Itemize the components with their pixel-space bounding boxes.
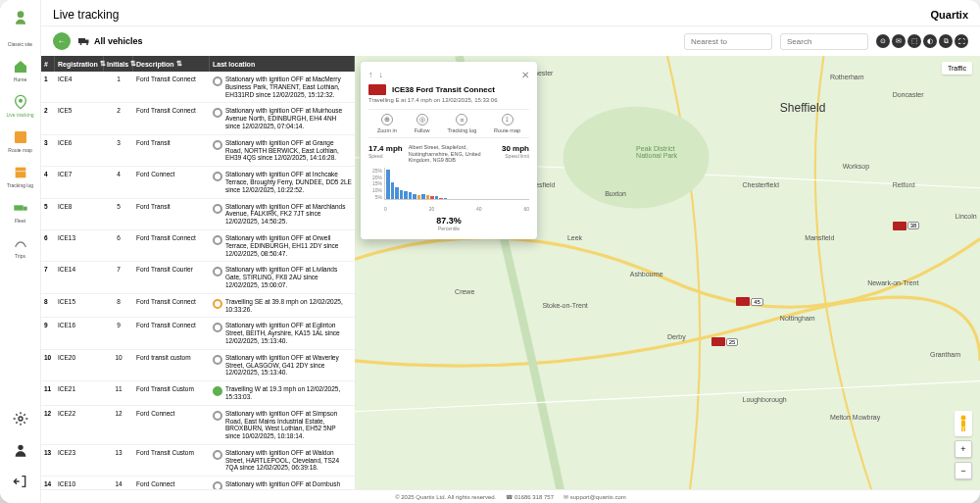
toolbar: ← All vehicles ⊙ ✉ ⬚ ◐ ⧉ ⛶ [41,26,980,56]
histogram-bar [391,182,395,199]
histogram-bar [417,195,421,199]
hdr-icon-6[interactable]: ⛶ [955,34,968,48]
table-row[interactable]: 8ICE158Ford Transit ConnectTravelling SE… [41,294,355,319]
nav-route-map[interactable]: Route map [5,126,36,157]
vehicle-filter[interactable]: All vehicles [78,36,143,46]
status-icon [213,267,222,277]
status-icon [213,355,222,365]
nav-trips[interactable]: Trips [5,231,36,263]
histogram-bar [444,198,448,199]
popup-address: Albert Street, Stapleford, Nottinghamshi… [407,144,498,164]
nav-fleet[interactable]: Fleet [5,196,36,227]
col-description[interactable]: Description ⇅ [133,56,210,72]
table-row[interactable]: 1ICE41Ford Transit ConnectStationary wit… [41,72,355,103]
map-city-label: Derby [667,333,686,340]
vehicle-marker[interactable]: 38 [893,222,920,230]
map-city-label: Ashbourne [630,271,663,277]
status-icon [213,411,222,421]
col-initials[interactable]: Initials ⇅ [104,56,133,72]
status-icon [213,299,222,309]
svg-rect-17 [961,428,963,432]
col-location[interactable]: Last location [210,56,355,72]
map-city-label: Peak District National Park [636,145,695,159]
status-icon [213,76,222,86]
popup-next[interactable]: ↓ [379,70,384,80]
brand-icon [11,8,30,27]
table-row[interactable]: 5ICE85Ford TransitStationary with igniti… [41,199,355,230]
popup-action-log[interactable]: ≡Tracking log [447,114,476,133]
status-icon [213,140,222,150]
footer: © 2025 Quartix Ltd. All rights reserved.… [41,489,980,503]
table-row[interactable]: 12ICE2212Ford ConnectStationary with ign… [41,406,355,445]
table-row[interactable]: 13ICE2313Ford Transit CustomStationary w… [41,445,355,477]
hdr-icon-4[interactable]: ◐ [923,34,937,48]
map-city-label: Crewe [455,288,474,295]
map-city-label: Grantham [930,351,960,358]
logout-icon[interactable] [13,474,28,489]
svg-point-0 [17,11,24,18]
histogram-bar [430,196,434,199]
map-city-label: Lincoln [955,213,976,220]
percentile: 87.3% Percentile [368,216,529,231]
nav-home[interactable]: Home [5,55,36,86]
hdr-icon-2[interactable]: ✉ [892,34,906,48]
table-row[interactable]: 7ICE147Ford Transit CourierStationary wi… [41,262,355,293]
svg-rect-2 [15,131,26,143]
map-city-label: Rotherham [830,74,864,80]
nav-live-tracking[interactable]: Live tracking [5,90,36,122]
vehicle-popup: ↑ ↓ ✕ ICE38 Ford Transit Connect Travell… [361,62,537,239]
truck-icon [368,84,386,95]
table-header: # Registration ⇅ Initials ⇅ Description … [41,56,355,72]
page-title: Live tracking [53,8,119,22]
histogram-bar [400,190,404,199]
table-row[interactable]: 3ICE63Ford TransitStationary with igniti… [41,135,355,167]
nav-classic[interactable]: Classic site [5,37,36,51]
nearest-input[interactable] [684,33,772,50]
col-index[interactable]: # [41,56,55,72]
search-input[interactable] [780,33,868,50]
hdr-icon-5[interactable]: ⧉ [939,34,953,48]
table-row[interactable]: 9ICE169Ford Transit ConnectStationary wi… [41,318,355,349]
col-registration[interactable]: Registration ⇅ [55,56,104,72]
table-row[interactable]: 11ICE2111Ford Transit CustomTravelling W… [41,381,355,406]
popup-action-route[interactable]: ⟟Route map [494,114,520,133]
speed-histogram: 25%20%15%10%5% 0204060 [368,168,529,212]
table-row[interactable]: 6ICE136Ford Transit ConnectStationary wi… [41,230,355,262]
popup-action-zoom[interactable]: ⊕Zoom in [377,114,397,133]
zoom-out-button[interactable]: − [955,462,972,479]
zoom-in-button[interactable]: + [955,440,972,458]
table-row[interactable]: 2ICE52Ford Transit ConnectStationary wit… [41,103,355,134]
status-icon [213,323,222,332]
table-row[interactable]: 4ICE74Ford ConnectStationary with igniti… [41,167,355,198]
svg-rect-10 [85,40,89,44]
truck-icon [78,36,90,46]
map-city-label: Retford [893,181,915,188]
hdr-icon-3[interactable]: ⬚ [907,34,921,48]
popup-prev[interactable]: ↑ [368,70,373,80]
map-zoom-controls: + − [955,411,972,479]
hdr-icon-1[interactable]: ⊙ [876,34,890,48]
map-city-label: Leek [567,234,582,241]
settings-icon[interactable] [13,411,28,427]
histogram-bar [386,170,390,198]
popup-action-follow[interactable]: ◎Follow [415,114,430,133]
popup-subtitle: Travelling E at 17.4 mph on 12/02/2025, … [368,97,529,103]
svg-point-1 [19,99,23,103]
pegman[interactable] [955,411,972,436]
vehicle-table: # Registration ⇅ Initials ⇅ Description … [41,56,355,503]
map-city-label: Sheffield [780,101,825,115]
vehicle-marker[interactable]: 25 [711,337,739,346]
vehicle-marker[interactable]: 45 [736,297,763,306]
user-icon[interactable] [13,442,28,458]
back-button[interactable]: ← [53,32,71,50]
histogram-bar [426,195,430,199]
brand-text: Quartix [930,9,968,21]
svg-point-8 [18,445,23,450]
nav-tracking-log[interactable]: Tracking log [5,161,36,192]
svg-rect-9 [78,38,85,43]
traffic-toggle[interactable]: Traffic [942,62,972,75]
status-icon [213,386,222,396]
map[interactable]: SheffieldRotherhamDoncasterStoke-on-Tren… [355,56,980,503]
popup-close[interactable]: ✕ [521,70,529,80]
table-row[interactable]: 10ICE2010Ford transit customStationary w… [41,350,355,381]
